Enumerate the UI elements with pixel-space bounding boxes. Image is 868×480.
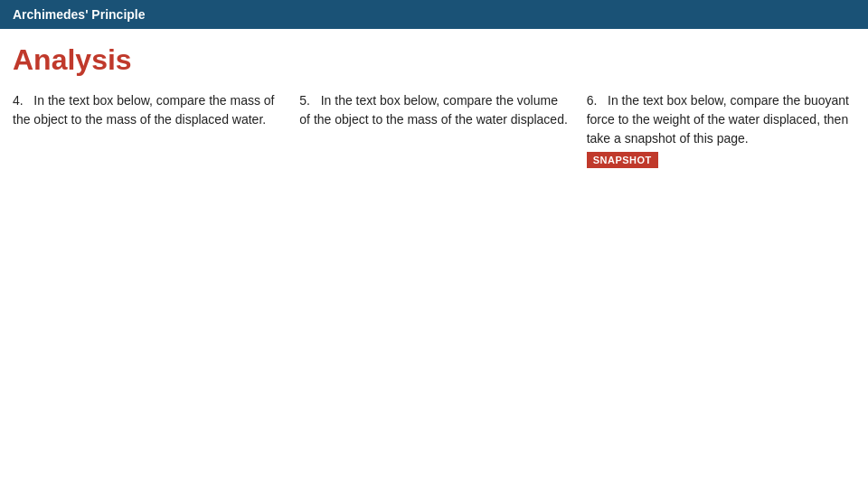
main-content: Analysis 4. In the text box below, compa… — [0, 29, 868, 184]
header-title: Archimedes' Principle — [13, 7, 146, 22]
item-5-number: 5. — [299, 93, 310, 108]
items-row: 4. In the text box below, compare the ma… — [13, 91, 855, 169]
section-title: Analysis — [13, 43, 855, 77]
item-6-block: 6. In the text box below, compare the bu… — [587, 91, 855, 169]
item-5-text: In the text box below, compare the volum… — [299, 93, 568, 127]
header-bar: Archimedes' Principle — [0, 0, 868, 29]
item-5-block: 5. In the text box below, compare the vo… — [299, 91, 586, 169]
snapshot-button[interactable]: SNAPSHOT — [587, 152, 658, 168]
item-4-block: 4. In the text box below, compare the ma… — [13, 91, 299, 169]
item-6-text: In the text box below, compare the buoya… — [587, 93, 849, 146]
item-4-number: 4. — [13, 93, 24, 108]
item-6-number: 6. — [587, 93, 598, 108]
item-4-text: In the text box below, compare the mass … — [13, 93, 275, 127]
